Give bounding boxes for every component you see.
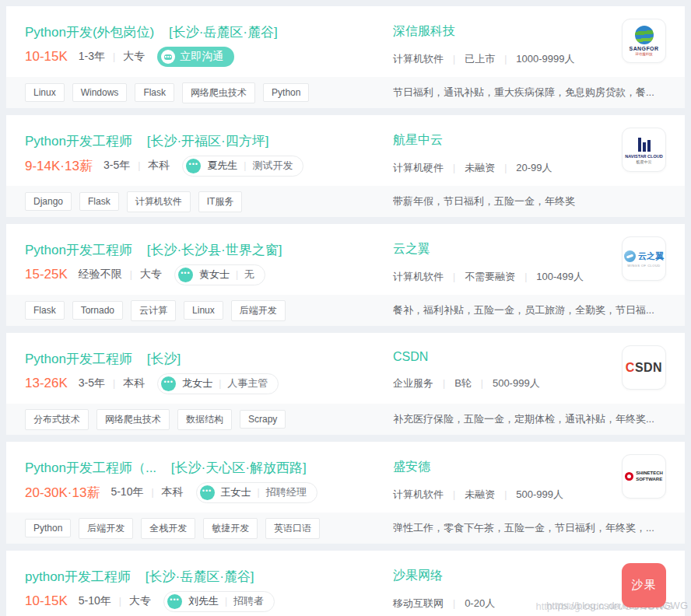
job-card-footer: DjangoFlask计算机软件IT服务 带薪年假，节日福利，五险一金，年终奖: [6, 186, 685, 217]
skill-tag[interactable]: 分布式技术: [25, 409, 89, 430]
meta-divider: |: [151, 487, 153, 498]
job-title[interactable]: Python开发工程师 [长沙·长沙县·世界之窗]: [25, 241, 282, 259]
job-title[interactable]: Python开发(外包岗位) [长沙·岳麓区·麓谷]: [25, 23, 278, 41]
company-logo[interactable]: SHINETECHSOFTWARE: [622, 454, 666, 499]
skill-tag[interactable]: Python: [263, 83, 309, 102]
skill-tag[interactable]: 英语口语: [265, 518, 320, 539]
company-financing-stage: 未融资: [465, 488, 495, 502]
recruiter-role: 无: [244, 268, 254, 282]
company-name[interactable]: 盛安德: [393, 459, 563, 475]
recruiter-name: 黄女士: [199, 268, 230, 282]
shinetech-ring-icon: [625, 472, 633, 481]
company-meta-row: 计算机软件|未融资|500-999人: [393, 488, 563, 502]
skill-tag[interactable]: Tornado: [72, 301, 123, 320]
skill-tags: 分布式技术网络爬虫技术数据结构Scrapy: [25, 404, 293, 435]
meta-divider: |: [443, 378, 445, 389]
company-name[interactable]: CSDN: [393, 350, 540, 364]
recruiter-role: 招聘经理: [266, 485, 307, 499]
skill-tag[interactable]: 网络爬虫技术: [96, 409, 170, 430]
skill-tag[interactable]: 数据结构: [177, 409, 232, 430]
job-title-text: Python开发工程师: [25, 352, 132, 366]
skill-tag[interactable]: Flask: [135, 83, 174, 102]
skill-tag[interactable]: 敏捷开发: [203, 518, 258, 539]
job-salary: 15-25K: [25, 267, 68, 282]
company-logo[interactable]: CSDN: [622, 345, 666, 390]
recruiter-name: 刘先生: [188, 594, 219, 608]
company-name[interactable]: 沙果网络: [393, 568, 495, 584]
skill-tag[interactable]: 云计算: [131, 300, 176, 321]
company-logo[interactable]: 沙果: [622, 563, 666, 607]
skill-tag[interactable]: Flask: [25, 301, 65, 320]
chat-bubble-icon: •••: [200, 485, 215, 500]
job-card[interactable]: python开发工程师 [长沙·岳麓区·麓谷] 10-15K 5-10年 | 大…: [6, 551, 685, 616]
job-title[interactable]: Python开发工程师 [长沙·开福区·四方坪]: [25, 132, 268, 150]
job-card[interactable]: Python开发工程师（... [长沙·天心区·解放西路] 20-30K·13薪…: [6, 442, 685, 544]
company-financing-stage: 已上市: [465, 52, 495, 66]
job-meta-row: 15-25K 经验不限 | 大专 ••• 黄女士 | 无: [25, 264, 265, 285]
job-experience: 3-5年: [103, 159, 130, 173]
skill-tag[interactable]: 计算机软件: [127, 191, 191, 212]
skill-tag[interactable]: Linux: [25, 83, 65, 102]
skill-tag[interactable]: Flask: [79, 192, 119, 211]
job-card[interactable]: Python开发工程师 [长沙] 13-26K 3-5年 | 本科 ••• 龙女…: [6, 333, 685, 435]
skill-tag[interactable]: Python: [25, 519, 71, 537]
recruiter-divider: |: [244, 160, 246, 171]
company-industry: 计算机软件: [393, 270, 444, 284]
skill-tag[interactable]: 全栈开发: [141, 518, 195, 539]
skill-tag[interactable]: Linux: [184, 301, 223, 320]
recruiter-chip[interactable]: ••• 王女士 | 招聘经理: [196, 482, 317, 503]
recruiter-chip[interactable]: ••• 夏先生 | 测试开发: [182, 156, 303, 177]
job-location: [长沙·长沙县·世界之窗]: [147, 243, 282, 257]
meta-divider: |: [504, 54, 507, 65]
job-salary: 13-26K: [25, 376, 68, 391]
company-logo-subtext: 航星中云: [637, 159, 652, 164]
skill-tag[interactable]: 后端开发: [231, 300, 286, 321]
recruiter-divider: |: [236, 269, 238, 280]
meta-divider: |: [453, 163, 455, 173]
skill-tag[interactable]: Windows: [72, 83, 128, 102]
company-name[interactable]: 深信服科技: [393, 23, 574, 40]
job-card[interactable]: Python开发(外包岗位) [长沙·岳麓区·麓谷] 10-15K 1-3年 |…: [6, 6, 685, 108]
job-education: 大专: [123, 50, 145, 64]
skill-tag[interactable]: IT服务: [198, 191, 243, 212]
recruiter-chip[interactable]: ••• 黄女士 | 无: [174, 264, 265, 285]
company-meta-row: 计算机硬件|未融资|20-99人: [393, 161, 552, 175]
company-logo[interactable]: 云之翼WINGS OF CLOUD: [622, 236, 666, 281]
company-size: 500-999人: [516, 488, 563, 502]
company-logo[interactable]: SANGFOR深信服科技: [622, 19, 666, 63]
company-financing-stage: 0-20人: [465, 597, 495, 611]
job-card-footer: 分布式技术网络爬虫技术数据结构Scrapy 补充医疗保险，五险一金，定期体检，通…: [6, 404, 685, 435]
meta-divider: |: [481, 378, 483, 389]
company-name[interactable]: 航星中云: [393, 132, 552, 149]
job-card[interactable]: Python开发工程师 [长沙·长沙县·世界之窗] 15-25K 经验不限 | …: [6, 224, 685, 326]
benefits-text: 餐补，福利补贴，五险一金，员工旅游，全勤奖，节日福...: [393, 295, 654, 326]
job-experience: 5-10年: [79, 594, 111, 608]
company-industry: 计算机软件: [393, 488, 444, 502]
job-list: Python开发(外包岗位) [长沙·岳麓区·麓谷] 10-15K 1-3年 |…: [0, 0, 691, 616]
company-financing-stage: 不需要融资: [465, 270, 515, 284]
company-industry: 计算机软件: [393, 52, 444, 66]
company-logo-text: 云之翼: [638, 250, 664, 262]
job-title[interactable]: Python开发工程师 [长沙]: [25, 350, 181, 368]
company-logo[interactable]: NAVISTAR CLOUD航星中云: [622, 128, 666, 172]
chat-now-label: 立即沟通: [180, 50, 223, 64]
meta-divider: |: [524, 271, 527, 282]
job-card[interactable]: Python开发工程师 [长沙·开福区·四方坪] 9-14K·13薪 3-5年 …: [6, 115, 685, 217]
meta-divider: |: [453, 54, 455, 65]
job-title[interactable]: python开发工程师 [长沙·岳麓区·麓谷]: [25, 568, 254, 586]
skill-tag[interactable]: Django: [25, 192, 72, 211]
chat-now-button[interactable]: 立即沟通: [157, 47, 234, 67]
job-salary: 9-14K·13薪: [25, 157, 93, 175]
job-title[interactable]: Python开发工程师（... [长沙·天心区·解放西路]: [25, 459, 307, 477]
recruiter-name: 龙女士: [182, 376, 212, 390]
meta-divider: |: [119, 596, 121, 607]
skill-tag[interactable]: Scrapy: [240, 410, 286, 429]
recruiter-chip[interactable]: ••• 龙女士 | 人事主管: [157, 373, 279, 394]
skill-tag[interactable]: 网络爬虫技术: [182, 82, 255, 103]
recruiter-chip[interactable]: ••• 刘先生 | 招聘者: [163, 591, 275, 612]
company-info: 深信服科技 计算机软件|已上市|1000-9999人: [393, 23, 574, 66]
company-name[interactable]: 云之翼: [393, 241, 584, 257]
job-meta-row: 13-26K 3-5年 | 本科 ••• 龙女士 | 人事主管: [25, 373, 279, 394]
skill-tag[interactable]: 后端开发: [79, 518, 133, 539]
company-size: 20-99人: [516, 161, 552, 175]
